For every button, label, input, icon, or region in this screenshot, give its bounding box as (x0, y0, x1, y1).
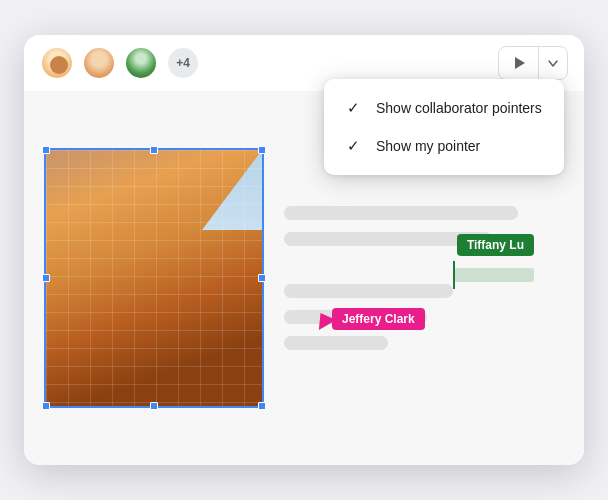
jeffery-collaborator-label: Jeffery Clark (332, 308, 425, 330)
handle-top-center[interactable] (150, 146, 158, 154)
handle-bottom-right[interactable] (258, 402, 266, 410)
tiffany-text-selection (454, 268, 534, 282)
present-button[interactable] (499, 47, 539, 79)
handle-bottom-center[interactable] (150, 402, 158, 410)
handle-bottom-left[interactable] (42, 402, 50, 410)
selected-image[interactable] (44, 148, 264, 408)
avatar-overflow[interactable]: +4 (166, 46, 200, 80)
jeffery-collaborator-pointer: Jeffery Clark (314, 308, 425, 330)
menu-item-show-my-pointer[interactable]: ✓ Show my pointer (324, 127, 564, 165)
main-window: +4 (24, 35, 584, 465)
building-grid (46, 150, 262, 406)
content-line-1 (284, 206, 518, 220)
handle-top-left[interactable] (42, 146, 50, 154)
avatar-3 (124, 46, 158, 80)
dropdown-arrow-button[interactable] (539, 47, 567, 79)
right-content-area: Tiffany Lu Jeffery Clark (264, 196, 564, 360)
handle-top-right[interactable] (258, 146, 266, 154)
content-line-5 (284, 336, 388, 350)
menu-item-show-collaborator-pointers[interactable]: ✓ Show collaborator pointers (324, 89, 564, 127)
dropdown-menu: ✓ Show collaborator pointers ✓ Show my p… (324, 79, 564, 175)
chevron-down-icon (547, 57, 559, 69)
building-image (46, 150, 262, 406)
svg-marker-0 (515, 57, 525, 69)
checkmark-icon-2: ✓ (344, 137, 362, 155)
play-icon (511, 55, 527, 71)
checkmark-icon-1: ✓ (344, 99, 362, 117)
content-line-3 (284, 284, 453, 298)
avatar-2 (82, 46, 116, 80)
handle-middle-left[interactable] (42, 274, 50, 282)
avatar-1 (40, 46, 74, 80)
tiffany-collaborator-label: Tiffany Lu (457, 234, 534, 256)
present-button-group[interactable] (498, 46, 568, 80)
